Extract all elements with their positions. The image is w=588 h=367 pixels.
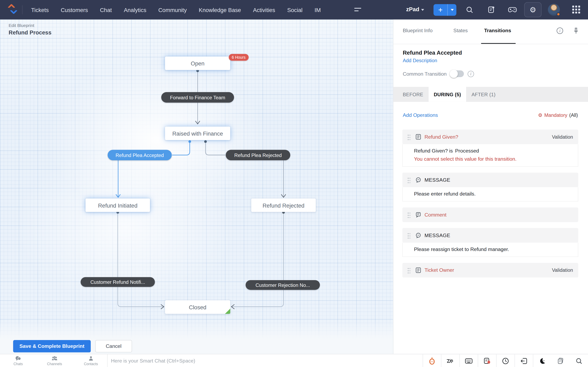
operation-body: Please reassign ticket to Refund manager… <box>402 243 578 257</box>
drag-handle-icon[interactable] <box>408 233 410 238</box>
condition-text: Refund Given? is <box>414 148 453 154</box>
nav-item-activities[interactable]: Activities <box>253 7 275 13</box>
form-field-icon <box>415 267 421 273</box>
drag-handle-icon[interactable] <box>408 267 410 273</box>
search-icon[interactable] <box>570 354 588 367</box>
nav-item-community[interactable]: Community <box>158 7 187 13</box>
operation-header: MESSAGE <box>402 173 578 187</box>
history-clock-icon[interactable] <box>496 354 515 367</box>
message-text: Please reassign ticket to Refund manager… <box>414 247 573 252</box>
contacts-button[interactable]: Contacts <box>73 354 109 367</box>
chats-button[interactable]: Chats <box>0 354 36 367</box>
contacts-label: Contacts <box>84 362 98 366</box>
panel-tabs: Blueprint Info States Transitions i <box>393 20 588 44</box>
more-menu-icon[interactable] <box>355 8 361 12</box>
nav-item-tickets[interactable]: Tickets <box>31 7 49 13</box>
operation-title[interactable]: Refund Given? <box>424 134 458 140</box>
nav-item-im[interactable]: IM <box>314 7 321 13</box>
operation-card-message-1[interactable]: MESSAGE Please enter refund details. <box>402 173 578 201</box>
nav-item-customers[interactable]: Customers <box>61 7 88 13</box>
mandatory-control[interactable]: ⚙ Mandatory (All) <box>538 112 578 118</box>
operation-card-comment[interactable]: Comment <box>402 208 578 222</box>
zia-assistant-icon[interactable] <box>423 354 441 367</box>
drag-handle-icon[interactable] <box>408 134 410 140</box>
operation-header: Comment <box>402 208 578 222</box>
state-node-closed[interactable]: Closed <box>165 300 230 314</box>
save-complete-blueprint-button[interactable]: Save & Complete Blueprint <box>13 340 91 352</box>
mandatory-all-label: (All) <box>569 112 578 118</box>
operation-title[interactable]: Comment <box>424 212 446 218</box>
tab-before[interactable]: BEFORE <box>398 87 429 102</box>
common-transition-label: Common Transition <box>403 71 447 77</box>
transition-customer-rejection-notification[interactable]: Customer Rejection No... <box>246 280 320 290</box>
message-bubble-icon <box>415 177 421 183</box>
state-node-raised-with-finance[interactable]: Raised with Finance <box>165 127 230 140</box>
search-icon[interactable] <box>465 5 474 14</box>
tab-transitions[interactable]: Transitions <box>484 28 511 33</box>
chats-icon <box>15 356 21 361</box>
state-node-refund-rejected[interactable]: Refund Rejected <box>251 198 316 212</box>
drag-handle-icon[interactable] <box>408 212 410 218</box>
operation-title[interactable]: MESSAGE <box>424 233 450 238</box>
pin-icon[interactable] <box>572 27 580 34</box>
zia-signature-icon[interactable] <box>441 354 459 367</box>
operation-card-ticket-owner[interactable]: Ticket Owner Validation <box>402 263 578 277</box>
channels-icon <box>51 356 58 361</box>
info-icon[interactable]: i <box>556 27 564 34</box>
night-mode-icon[interactable] <box>533 354 551 367</box>
nav-item-social[interactable]: Social <box>287 7 303 13</box>
state-node-open[interactable]: Open <box>165 57 230 70</box>
quick-add-caret[interactable] <box>448 4 456 16</box>
end-state-corner <box>225 308 230 314</box>
operation-title[interactable]: MESSAGE <box>424 177 450 183</box>
portal-switcher[interactable]: zPad <box>406 6 424 12</box>
apps-grid-icon[interactable] <box>572 6 580 14</box>
keyboard-icon[interactable] <box>459 354 478 367</box>
chevron-down-icon <box>421 9 424 11</box>
channels-label: Channels <box>47 362 62 366</box>
channels-button[interactable]: Channels <box>36 354 73 367</box>
transition-customer-refund-notification[interactable]: Customer Refund Notifi... <box>81 277 155 287</box>
state-node-refund-initiated[interactable]: Refund Initiated <box>86 198 150 212</box>
operation-header: MESSAGE <box>402 228 578 243</box>
nav-item-chat[interactable]: Chat <box>100 7 112 13</box>
tab-during[interactable]: DURING (5) <box>429 87 466 102</box>
state-label: Closed <box>189 304 207 310</box>
transition-forward-to-finance-team[interactable]: Forward to Finance Team <box>161 92 234 103</box>
transition-refund-plea-rejected[interactable]: Refund Plea Rejected <box>226 150 290 160</box>
tab-states[interactable]: States <box>453 28 468 33</box>
cancel-button[interactable]: Cancel <box>95 340 132 352</box>
operation-header: Refund Given? Validation <box>402 130 578 144</box>
setup-button[interactable]: ⚙ <box>524 2 541 17</box>
status-dot <box>557 12 560 16</box>
operation-card-refund-given[interactable]: Refund Given? Validation Refund Given? i… <box>402 130 578 167</box>
blueprint-canvas[interactable]: Edit Blueprint Refund Process <box>0 20 393 354</box>
tab-blueprint-info[interactable]: Blueprint Info <box>403 28 433 33</box>
checkin-arrow-icon[interactable] <box>515 354 533 367</box>
copy-pages-icon[interactable] <box>551 354 570 367</box>
drag-handle-icon[interactable] <box>408 177 410 183</box>
message-text: Please enter refund details. <box>414 191 573 197</box>
operations-header: Add Operations ⚙ Mandatory (All) <box>403 112 578 118</box>
nav-divider <box>22 5 22 14</box>
transition-refund-plea-accepted[interactable]: Refund Plea Accepted <box>108 150 172 160</box>
form-field-icon <box>415 134 421 140</box>
avatar[interactable] <box>548 4 560 16</box>
notes-alert-icon[interactable] <box>478 354 496 367</box>
quick-add-button[interactable]: + <box>433 4 456 16</box>
nav-item-knowledge-base[interactable]: Knowledge Base <box>199 7 241 13</box>
add-description-link[interactable]: Add Description <box>403 58 437 63</box>
nav-item-analytics[interactable]: Analytics <box>124 7 146 13</box>
app-logo-icon[interactable] <box>8 5 18 15</box>
feeds-icon[interactable] <box>487 5 496 14</box>
operation-card-message-2[interactable]: MESSAGE Please reassign ticket to Refund… <box>402 228 578 257</box>
common-transition-toggle[interactable] <box>450 70 464 77</box>
plus-icon[interactable]: + <box>433 4 448 16</box>
tab-after[interactable]: AFTER (1) <box>466 87 501 102</box>
add-operations-link[interactable]: Add Operations <box>403 112 438 118</box>
smart-chat-input[interactable] <box>111 354 411 367</box>
transition-panel: Blueprint Info States Transitions i Refu… <box>393 20 588 354</box>
games-icon[interactable] <box>508 5 517 14</box>
common-transition-info-icon[interactable]: i <box>467 71 474 77</box>
operation-title[interactable]: Ticket Owner <box>424 267 454 273</box>
